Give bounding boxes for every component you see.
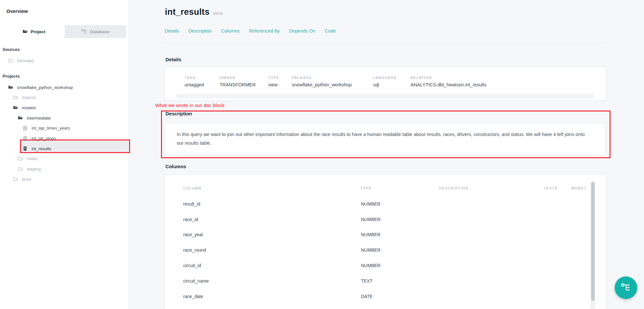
main-content: int_resultsview DetailsDescriptionColumn…	[129, 0, 644, 309]
column-header-column: COLUMN	[183, 186, 360, 190]
field-value: sql	[373, 82, 411, 87]
detail-field-tags: TAGSuntagged	[185, 76, 220, 87]
cell-type: NUMBER	[361, 232, 440, 237]
tab-details[interactable]: Details	[165, 28, 179, 34]
table-row-circuit_name[interactable]: circuit_nameTEXT	[183, 273, 586, 289]
tree-item-label: marts	[27, 156, 38, 161]
column-header-type: TYPE	[360, 186, 439, 190]
description-text: In this query we want to join out other …	[177, 130, 592, 147]
tree-item-label: int_lap_times_years	[32, 126, 70, 130]
field-value: snowflake_python_workshop	[292, 82, 373, 87]
projects-heading: Projects	[3, 74, 20, 79]
table-row-race_time[interactable]: race_timeTIME	[183, 304, 586, 309]
field-label: OWNER	[220, 76, 268, 80]
table-row-circuit_id[interactable]: circuit_idNUMBER	[183, 258, 586, 273]
sidebar-tree-item-tests[interactable]: tests	[0, 174, 129, 184]
description-heading: Description	[166, 111, 192, 116]
tree-item-label: int_results	[32, 146, 52, 151]
tree-item-label: intermediate	[27, 116, 51, 121]
cell-column-name: circuit_name	[183, 278, 361, 284]
cell-column-name: race_id	[183, 217, 361, 222]
detail-field-relation: RELATIONANALYTICS.dbt_hwatson.int_result…	[411, 76, 596, 87]
table-row-race_round[interactable]: race_roundNUMBER	[183, 242, 586, 258]
folder-open-icon	[13, 105, 18, 110]
details-heading: Details	[166, 57, 181, 62]
model-type-badge: view	[213, 10, 223, 16]
view-toggle: Project Database	[3, 25, 126, 38]
folder-closed-icon	[8, 58, 13, 63]
toggle-database-label: Database	[90, 29, 109, 34]
table-scrollbar-thumb[interactable]	[591, 182, 595, 301]
field-label: RELATION	[411, 76, 596, 80]
sidebar-source-item[interactable]: formula1	[0, 55, 129, 66]
cell-type: NUMBER	[361, 263, 440, 268]
tab-columns[interactable]: Columns	[221, 28, 240, 34]
sidebar-tree-item-macros[interactable]: macros	[0, 92, 129, 103]
folder-open-icon	[8, 85, 13, 90]
cell-column-name: result_id	[183, 201, 361, 207]
lineage-fab-button[interactable]	[615, 276, 637, 299]
table-row-race_id[interactable]: race_idNUMBER	[183, 212, 586, 227]
tab-divider	[162, 43, 605, 43]
tree-item-label: snowflake_python_workshop	[17, 85, 73, 90]
lineage-graph-icon	[621, 283, 631, 293]
cell-column-name: race_date	[183, 294, 361, 299]
tab-depends-on[interactable]: Depends On	[289, 28, 315, 34]
doc-outline-icon	[23, 136, 28, 141]
tab-bar: DetailsDescriptionColumnsReferenced ByDe…	[165, 28, 336, 34]
sidebar-tree-item-snowflake_python_workshop[interactable]: snowflake_python_workshop	[0, 82, 129, 92]
sidebar-tree-item-int_pit_stops[interactable]: int_pit_stops	[0, 133, 129, 144]
cell-column-name: race_round	[183, 247, 361, 253]
field-value: view	[268, 82, 292, 87]
tree-item-label: tests	[22, 177, 31, 182]
folder-open-icon	[23, 29, 28, 34]
toggle-project-label: Project	[31, 29, 45, 34]
detail-field-package: PACKAGEsnowflake_python_workshop	[292, 76, 373, 87]
detail-field-owner: OWNERTRANSFORMER	[220, 76, 268, 87]
toggle-database-button[interactable]: Database	[65, 25, 126, 38]
field-label: TYPE	[268, 76, 292, 80]
columns-card: COLUMNTYPEDESCRIPTIONTESTSMORE? result_i…	[165, 174, 606, 309]
source-label: formula1	[17, 58, 34, 63]
table-row-result_id[interactable]: result_idNUMBER	[183, 196, 586, 212]
tab-referenced-by[interactable]: Referenced By	[249, 28, 280, 34]
sidebar-tree-item-int_lap_times_years[interactable]: int_lap_times_years	[0, 123, 129, 133]
tree-item-label: macros	[22, 95, 36, 100]
sidebar-tree-item-marts[interactable]: marts	[0, 154, 129, 164]
table-row-race_year[interactable]: race_yearNUMBER	[183, 227, 586, 243]
sidebar-tree-item-int_results[interactable]: int_results	[0, 143, 129, 154]
lineage-graph-icon	[81, 29, 87, 34]
column-header-more: MORE?	[571, 186, 586, 190]
table-row-race_date[interactable]: race_dateDATE	[183, 289, 586, 304]
table-scrollbar[interactable]	[591, 182, 595, 309]
columns-table-header: COLUMNTYPEDESCRIPTIONTESTSMORE?	[183, 186, 586, 190]
field-value: untagged	[185, 82, 220, 87]
cell-type: DATE	[361, 294, 440, 299]
page-title: int_resultsview	[165, 7, 223, 17]
tab-code[interactable]: Code	[325, 28, 336, 34]
cell-type: NUMBER	[361, 201, 440, 207]
sidebar-tree-item-staging[interactable]: staging	[0, 164, 129, 174]
sidebar-tree-item-intermediate[interactable]: intermediate	[0, 113, 129, 123]
field-value: TRANSFORMER	[220, 82, 268, 87]
cell-column-name: circuit_id	[183, 263, 361, 268]
tab-description[interactable]: Description	[188, 28, 212, 34]
tree-item-label: int_pit_stops	[32, 136, 56, 141]
field-value: ANALYTICS.dbt_hwatson.int_results	[411, 82, 596, 87]
column-header-tests: TESTS	[544, 186, 572, 190]
doc-outline-icon	[23, 126, 28, 131]
sidebar-tree-item-models[interactable]: models	[0, 102, 129, 113]
cell-type: NUMBER	[361, 217, 440, 222]
cell-type: TEXT	[361, 278, 440, 284]
column-header-description: DESCRIPTION	[439, 186, 544, 190]
columns-heading: Columns	[166, 164, 186, 169]
top-divider	[129, 0, 644, 0]
folder-closed-icon	[18, 156, 23, 161]
toggle-project-button[interactable]: Project	[3, 25, 65, 38]
doc-block-annotation: What we wrote in our doc block	[155, 102, 224, 108]
description-card: In this query we want to join out other …	[165, 123, 605, 155]
model-name: int_results	[165, 7, 210, 17]
details-footer-strip	[176, 94, 594, 99]
overview-heading[interactable]: Overview	[6, 8, 28, 14]
sidebar: Overview Project Database Sources formul…	[0, 0, 129, 309]
